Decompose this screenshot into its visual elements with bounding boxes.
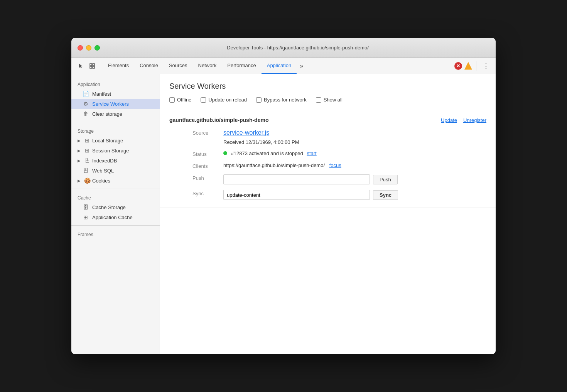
close-button[interactable] <box>78 45 83 51</box>
main-content: Application 📄 Manifest ⚙ Service Workers… <box>71 74 496 354</box>
status-text: #12873 activated and is stopped <box>231 150 303 156</box>
sidebar-item-app-cache[interactable]: ⊞ Application Cache <box>71 212 160 222</box>
tab-sources[interactable]: Sources <box>164 58 193 74</box>
sw-domain-row: gauntface.github.io/simple-push-demo Upd… <box>169 117 486 123</box>
cursor-icon <box>78 63 84 69</box>
cursor-icon-button[interactable] <box>75 61 86 71</box>
session-storage-arrow: ▶ <box>78 149 82 153</box>
sw-entry: gauntface.github.io/simple-push-demo Upd… <box>160 109 496 208</box>
sidebar-item-service-workers[interactable]: ⚙ Service Workers <box>71 99 160 109</box>
status-value: #12873 activated and is stopped start <box>223 150 486 157</box>
source-file-link[interactable]: service-worker.js <box>223 129 486 136</box>
show-all-checkbox-label[interactable]: Show all <box>316 97 343 103</box>
push-button[interactable]: Push <box>373 175 398 184</box>
cache-storage-icon: 🗄 <box>82 204 89 210</box>
focus-link[interactable]: focus <box>329 162 341 168</box>
sidebar-item-manifest[interactable]: 📄 Manifest <box>71 89 160 99</box>
push-input[interactable] <box>223 174 370 184</box>
sidebar-divider-1 <box>71 122 160 122</box>
tab-elements[interactable]: Elements <box>103 58 134 74</box>
bypass-for-network-checkbox[interactable] <box>256 97 262 103</box>
panel-title: Service Workers <box>160 74 496 97</box>
traffic-lights <box>78 45 100 51</box>
received-text: Received 12/31/1969, 4:00:00 PM <box>223 139 486 145</box>
toolbar-right: ✕ ⋮ <box>454 61 492 71</box>
tab-console[interactable]: Console <box>134 58 164 74</box>
sync-label: Sync <box>192 190 223 200</box>
manifest-icon: 📄 <box>82 91 89 97</box>
more-tabs-button[interactable]: » <box>297 63 306 69</box>
sidebar-section-storage: Storage <box>71 125 160 135</box>
svg-rect-1 <box>93 64 94 66</box>
sidebar-item-cookies[interactable]: ▶ 🍪 Cookies <box>71 176 160 186</box>
session-storage-icon: ⊞ <box>84 147 91 154</box>
received-prefix: Received <box>223 139 246 145</box>
minimize-button[interactable] <box>86 45 91 51</box>
clients-label: Clients <box>192 162 223 169</box>
push-input-row: Push <box>223 174 486 184</box>
service-workers-icon: ⚙ <box>82 101 89 107</box>
sidebar-item-web-sql[interactable]: 🗄 Web SQL <box>71 166 160 176</box>
push-label: Push <box>192 174 223 184</box>
warning-icon[interactable] <box>464 62 472 70</box>
menu-button[interactable]: ⋮ <box>480 62 492 70</box>
sidebar-section-frames: Frames <box>71 229 160 239</box>
tab-network[interactable]: Network <box>193 58 222 74</box>
tab-application[interactable]: Application <box>262 58 297 74</box>
toolbar-divider-1 <box>100 61 100 71</box>
svg-rect-0 <box>90 64 92 66</box>
sidebar-item-cache-storage[interactable]: 🗄 Cache Storage <box>71 202 160 212</box>
received-date: 12/31/1969, 4:00:00 PM <box>246 139 299 145</box>
sidebar-section-cache: Cache <box>71 192 160 202</box>
update-on-reload-checkbox-label[interactable]: Update on reload <box>201 97 247 103</box>
toolbar-divider-2 <box>476 61 476 71</box>
sidebar-item-indexeddb[interactable]: ▶ 🗄 IndexedDB <box>71 155 160 166</box>
title-bar: Developer Tools - https://gauntface.gith… <box>71 38 496 58</box>
window-title: Developer Tools - https://gauntface.gith… <box>106 45 489 51</box>
sidebar-divider-3 <box>71 225 160 226</box>
indexeddb-icon: 🗄 <box>84 157 91 164</box>
local-storage-icon: ⊞ <box>84 137 91 144</box>
inspect-icon-button[interactable] <box>87 61 98 71</box>
checkboxes-row: Offline Update on reload Bypass for netw… <box>160 97 496 109</box>
offline-checkbox-label[interactable]: Offline <box>169 97 191 103</box>
sw-details: Source service-worker.js Received 12/31/… <box>169 129 486 200</box>
sw-domain-links: Update Unregister <box>441 117 486 123</box>
toolbar: Elements Console Sources Network Perform… <box>71 58 496 74</box>
sync-input-row: Sync <box>223 190 486 200</box>
local-storage-arrow: ▶ <box>78 139 82 143</box>
cookies-arrow: ▶ <box>78 179 82 183</box>
source-group: service-worker.js Received 12/31/1969, 4… <box>223 129 486 145</box>
sync-input[interactable] <box>223 190 370 200</box>
clear-storage-icon: 🗑 <box>82 111 89 117</box>
bypass-for-network-checkbox-label[interactable]: Bypass for network <box>256 97 307 103</box>
sidebar-item-local-storage[interactable]: ▶ ⊞ Local Storage <box>71 135 160 145</box>
clients-value: https://gauntface.github.io/simple-push-… <box>223 162 486 169</box>
svg-rect-3 <box>93 66 94 68</box>
clients-url: https://gauntface.github.io/simple-push-… <box>223 162 325 168</box>
error-icon[interactable]: ✕ <box>454 62 462 70</box>
status-dot <box>223 151 227 155</box>
source-label: Source <box>192 129 223 145</box>
toolbar-tabs: Elements Console Sources Network Perform… <box>103 58 454 74</box>
sw-unregister-link[interactable]: Unregister <box>463 117 486 123</box>
sidebar-item-session-storage[interactable]: ▶ ⊞ Session Storage <box>71 145 160 155</box>
sidebar-item-clear-storage[interactable]: 🗑 Clear storage <box>71 109 160 119</box>
update-on-reload-checkbox[interactable] <box>201 97 206 103</box>
start-link[interactable]: start <box>307 150 316 156</box>
sync-button[interactable]: Sync <box>373 190 398 200</box>
sw-update-link[interactable]: Update <box>441 117 457 123</box>
tab-performance[interactable]: Performance <box>222 58 261 74</box>
inspect-icon <box>89 63 95 69</box>
status-label: Status <box>192 150 223 157</box>
app-cache-icon: ⊞ <box>82 214 89 220</box>
sidebar-section-application: Application <box>71 79 160 89</box>
indexeddb-arrow: ▶ <box>78 159 82 163</box>
sidebar-divider-2 <box>71 189 160 189</box>
show-all-checkbox[interactable] <box>316 97 321 103</box>
sw-domain-text: gauntface.github.io/simple-push-demo <box>169 117 268 123</box>
maximize-button[interactable] <box>94 45 100 51</box>
devtools-window: Developer Tools - https://gauntface.gith… <box>71 38 496 354</box>
offline-checkbox[interactable] <box>169 97 175 103</box>
svg-rect-2 <box>90 66 92 68</box>
